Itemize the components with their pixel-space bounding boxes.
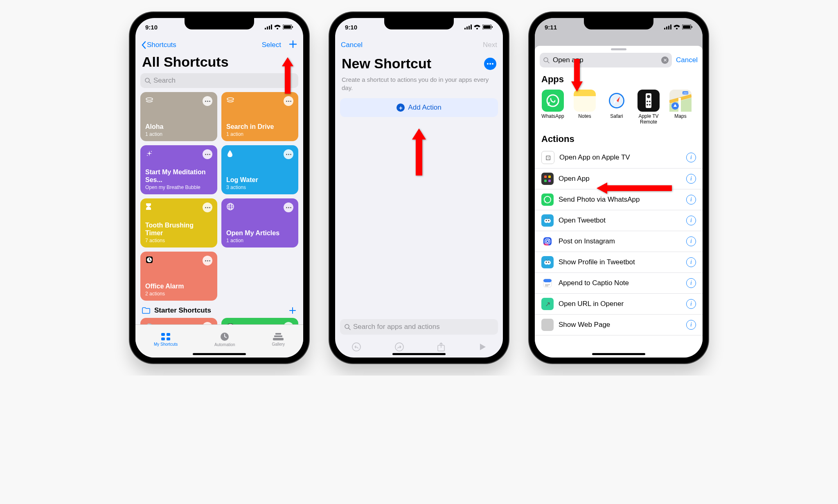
home-indicator[interactable] [392, 353, 446, 355]
info-icon[interactable]: i [686, 216, 696, 225]
search-field[interactable]: Search for apps and actions [340, 319, 498, 335]
next-button[interactable]: Next [483, 41, 497, 49]
info-icon[interactable]: i [686, 299, 696, 309]
search-row: ✕ Cancel [535, 53, 703, 70]
more-icon[interactable] [203, 322, 212, 324]
shortcut-card[interactable]: 💬 [221, 318, 298, 324]
action-label: Open App on Apple TV [559, 153, 681, 162]
home-indicator[interactable] [592, 353, 645, 355]
action-row[interactable]: Append to Captio Note i [535, 273, 703, 294]
wifi-icon [274, 25, 281, 29]
more-icon[interactable] [284, 149, 293, 159]
app-item[interactable]: WhatsApp [540, 90, 566, 125]
svg-rect-37 [664, 28, 665, 29]
card-subtitle: 3 actions [226, 184, 293, 190]
cellular-icon [265, 25, 272, 29]
shortcut-card[interactable]: Search in Drive 1 action [221, 92, 298, 141]
sheet-handle[interactable] [611, 48, 626, 50]
shortcut-card[interactable]: Open My Articles 1 action [221, 198, 298, 248]
cancel-button[interactable]: Cancel [676, 56, 698, 64]
svg-rect-78 [543, 279, 552, 282]
info-icon[interactable]: i [686, 257, 696, 267]
tab-gallery[interactable]: Gallery [272, 332, 285, 346]
svg-rect-31 [483, 25, 491, 29]
tab-automation[interactable]: Automation [214, 332, 235, 347]
svg-rect-60 [544, 176, 547, 178]
search-icon [344, 324, 351, 330]
app-item[interactable]: Apple TV Remote [635, 90, 662, 125]
action-icon [541, 277, 554, 289]
card-icon [226, 202, 234, 212]
cellular-icon [464, 25, 472, 29]
action-icon [541, 235, 554, 248]
grid-icon [160, 332, 171, 341]
info-icon[interactable]: i [686, 278, 696, 288]
home-indicator[interactable] [193, 353, 246, 355]
app-item[interactable]: Safari [604, 90, 630, 125]
undo-button[interactable] [351, 342, 361, 353]
shortcut-card[interactable]: Aloha 1 action [140, 92, 217, 141]
back-button[interactable]: Shortcuts [141, 41, 176, 49]
share-button[interactable] [437, 342, 445, 353]
apps-header: Apps [535, 70, 703, 87]
clear-icon[interactable]: ✕ [661, 56, 669, 64]
cancel-button[interactable]: Cancel [341, 41, 363, 49]
action-row[interactable]: Post on Instagram i [535, 231, 703, 252]
shortcut-card[interactable]: Start My Meditation Ses... Open my Breat… [140, 145, 217, 194]
page-title: All Shortcuts [135, 54, 303, 73]
svg-text:280: 280 [683, 92, 688, 94]
info-icon[interactable]: i [686, 153, 696, 162]
shortcut-card[interactable]: Log Water 3 actions [221, 145, 298, 194]
app-label: Apple TV Remote [635, 113, 662, 125]
tab-my-shortcuts[interactable]: My Shortcuts [154, 332, 178, 346]
select-button[interactable]: Select [262, 41, 281, 49]
add-action-button[interactable]: + Add Action [340, 98, 498, 117]
folder-icon [142, 307, 150, 314]
more-icon[interactable] [203, 96, 212, 106]
redo-button[interactable] [394, 342, 404, 353]
svg-rect-69 [543, 237, 552, 245]
action-row[interactable]: Open Tweetbot i [535, 210, 703, 231]
info-icon[interactable]: i [686, 174, 696, 184]
info-icon[interactable]: i [686, 236, 696, 246]
card-subtitle: 1 action [226, 238, 293, 243]
svg-rect-40 [670, 25, 671, 29]
shortcut-card[interactable]: 🕐 [140, 318, 217, 324]
info-icon[interactable]: i [686, 195, 696, 205]
action-row[interactable]: ↗ Open URL in Opener i [535, 294, 703, 315]
shortcut-card[interactable]: Tooth Brushing Timer 7 actions [140, 198, 217, 248]
svg-rect-62 [544, 180, 547, 182]
more-icon[interactable] [284, 322, 293, 324]
more-icon[interactable] [284, 202, 293, 212]
info-icon[interactable]: i [686, 320, 696, 330]
annotation-arrow-up [280, 55, 295, 95]
svg-rect-25 [464, 28, 466, 29]
play-button[interactable] [478, 343, 487, 353]
action-row[interactable]: ⊡ Open App on Apple TV i [535, 147, 703, 169]
svg-point-41 [676, 28, 678, 29]
shortcut-card[interactable]: Office Alarm 2 actions [140, 252, 217, 301]
more-icon[interactable] [203, 202, 212, 212]
app-item[interactable]: 280Maps [667, 90, 694, 125]
svg-point-51 [647, 95, 650, 98]
clock-icon: 🕐 [145, 323, 153, 325]
more-icon[interactable] [284, 96, 293, 106]
search-input[interactable]: ✕ [540, 53, 672, 68]
more-icon[interactable] [203, 149, 212, 159]
svg-rect-61 [548, 176, 551, 178]
action-row[interactable]: Show Web Page i [535, 315, 703, 335]
action-row[interactable]: Show Profile in Tweetbot i [535, 252, 703, 273]
add-button[interactable] [288, 40, 297, 51]
svg-rect-32 [492, 26, 493, 28]
more-icon[interactable] [203, 256, 212, 266]
battery-icon [283, 25, 293, 29]
battery-icon [682, 25, 693, 29]
svg-point-53 [649, 101, 651, 102]
card-icon [145, 256, 153, 266]
action-label: Show Web Page [559, 321, 681, 329]
more-button[interactable] [484, 58, 496, 70]
app-icon: 280 [669, 90, 692, 112]
search-field[interactable]: Search [140, 73, 298, 88]
plus-icon[interactable] [288, 306, 297, 315]
search-icon [144, 77, 151, 84]
